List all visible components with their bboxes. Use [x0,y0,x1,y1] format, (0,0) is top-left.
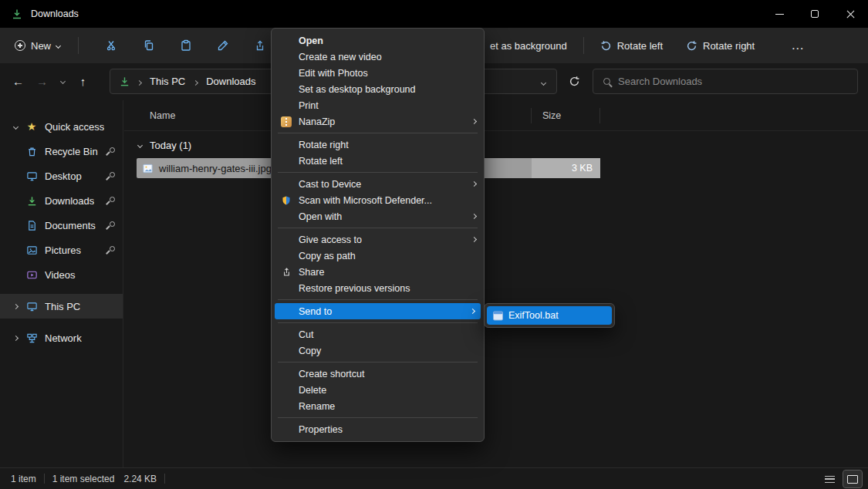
selection-size: 2.24 KB [123,474,157,484]
nanazip-icon [279,116,293,127]
set-as-background-label: et as background [490,40,567,52]
chevron-right-icon [194,76,198,87]
set-as-background-button[interactable]: et as background [483,32,574,59]
breadcrumb-downloads[interactable]: Downloads [204,74,257,89]
sidebar-item-recycle-bin[interactable]: Recycle Bin [0,139,123,164]
navigation-pane: ★ Quick access Recycle Bin Desktop Downl… [0,100,123,467]
submenu-arrow-icon [471,309,475,313]
new-button-label: New [31,40,51,52]
rotate-right-icon [686,40,697,52]
copy-button[interactable] [133,32,165,59]
menu-item-send-to[interactable]: Send to [275,303,481,319]
menu-item-copy-as-path[interactable]: Copy as path [272,248,484,264]
maximize-button[interactable] [797,0,833,28]
menu-item-nanazip[interactable]: NanaZip [272,113,484,130]
refresh-button[interactable] [562,69,586,94]
search-input[interactable] [618,76,857,87]
chevron-right-icon[interactable] [8,336,23,340]
rotate-right-button[interactable]: Rotate right [679,32,762,59]
menu-item-print[interactable]: Print [272,97,484,113]
menu-item-open[interactable]: Open [272,32,484,49]
menu-item-scan-with-microsoft-defender[interactable]: Scan with Microsoft Defender... [272,192,484,208]
menu-item-share[interactable]: Share [272,264,484,280]
group-header-today[interactable]: Today (1) [124,135,868,155]
menu-item-give-access-to[interactable]: Give access to [272,231,484,248]
defender-shield-icon [279,195,293,206]
menu-item-cut[interactable]: Cut [272,326,484,342]
large-icons-view-icon [847,475,858,484]
share-icon [279,267,293,277]
menu-item-properties[interactable]: Properties [272,421,484,437]
breadcrumb-this-pc[interactable]: This PC [148,74,187,89]
sidebar-item-desktop[interactable]: Desktop [0,164,123,188]
rotate-left-label: Rotate left [617,40,663,52]
menu-item-set-as-desktop-background[interactable]: Set as desktop background [272,81,484,97]
sidebar-item-documents[interactable]: Documents [0,213,123,238]
paste-button[interactable] [170,32,202,59]
this-pc-icon [23,301,40,312]
rotate-right-label: Rotate right [703,40,755,52]
column-divider[interactable] [599,108,600,123]
menu-item-open-with[interactable]: Open with [272,208,484,224]
large-icons-view-button[interactable] [843,470,862,487]
forward-button[interactable]: → [30,69,54,93]
paste-icon [180,39,192,52]
window-title: Downloads [31,8,79,19]
star-icon: ★ [23,120,40,133]
pin-icon [107,172,115,180]
menu-item-copy[interactable]: Copy [272,342,484,359]
menu-item-rotate-right[interactable]: Rotate right [272,137,484,153]
chevron-right-icon[interactable] [8,305,23,309]
chevron-down-icon [137,142,143,147]
menu-item-create-shortcut[interactable]: Create shortcut [272,366,484,382]
pictures-icon [23,244,40,256]
column-header-size[interactable]: Size [542,110,561,121]
pin-icon [107,221,115,229]
menu-item-restore-previous-versions[interactable]: Restore previous versions [272,280,484,296]
menu-separator [278,322,478,323]
see-more-button[interactable]: … [783,38,812,53]
details-view-button[interactable] [820,470,839,487]
chevron-down-icon[interactable] [8,125,23,129]
new-button[interactable]: New [8,32,67,59]
rotate-left-button[interactable]: Rotate left [593,32,670,59]
cut-icon [106,39,118,52]
status-bar: 1 item 1 item selected 2.24 KB [0,467,868,489]
pin-icon [107,147,115,155]
address-dropdown-button[interactable] [542,76,545,87]
column-header-name[interactable]: Name [124,110,175,121]
menu-separator [278,299,478,300]
desktop-icon [23,170,40,182]
menu-item-create-a-new-video[interactable]: Create a new video [272,49,484,65]
sidebar-item-videos[interactable]: Videos [0,262,123,287]
sidebar-item-network[interactable]: Network [0,325,123,350]
menu-item-delete[interactable]: Delete [272,382,484,398]
sidebar-item-this-pc[interactable]: This PC [0,294,123,319]
column-divider[interactable] [531,108,532,123]
menu-item-rename[interactable]: Rename [272,398,484,414]
nav-buttons: ← → ↑ [6,69,95,94]
up-button[interactable]: ↑ [71,69,95,93]
menu-separator [278,417,478,418]
recent-locations-button[interactable] [54,69,71,93]
back-button[interactable]: ← [6,69,30,93]
rename-button[interactable] [207,32,239,59]
status-divider [164,474,165,484]
sidebar-item-downloads[interactable]: Downloads [0,188,123,213]
file-list-pane: Name Size Today (1) william-henry-gates-… [124,100,868,467]
file-explorer-window: Downloads New [0,0,868,489]
menu-separator [278,172,478,173]
minimize-button[interactable] [762,0,797,28]
downloads-folder-icon [119,76,130,87]
close-button[interactable] [833,0,868,28]
sidebar-item-pictures[interactable]: Pictures [0,238,123,262]
menu-item-cast-to-device[interactable]: Cast to Device [272,176,484,192]
sidebar-item-quick-access[interactable]: ★ Quick access [0,114,123,139]
menu-item-edit-with-photos[interactable]: Edit with Photos [272,65,484,81]
refresh-icon [569,76,580,87]
submenu-item-label: ExifTool.bat [508,310,559,321]
status-divider [44,474,45,484]
submenu-item-exiftool-bat[interactable]: ExifTool.bat [487,306,612,325]
cut-button[interactable] [96,32,128,59]
menu-item-rotate-left[interactable]: Rotate left [272,153,484,169]
